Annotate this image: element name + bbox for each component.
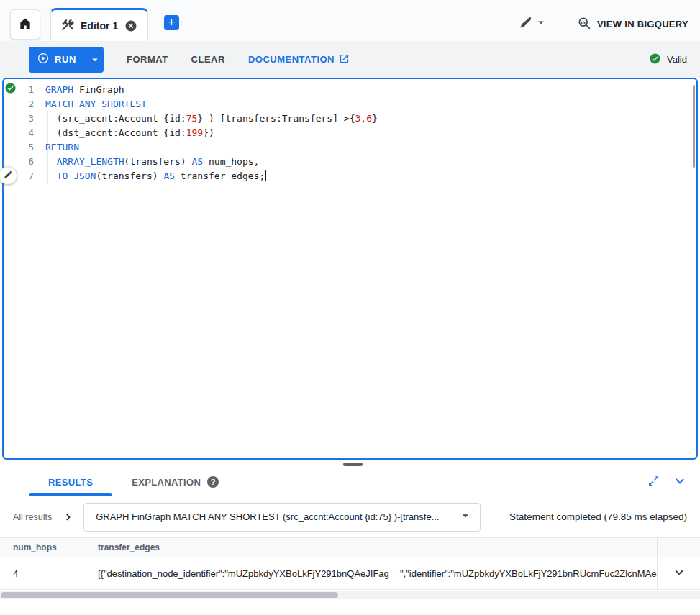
tab-editor-1[interactable]: Editor 1 (50, 8, 148, 41)
tab-results[interactable]: RESULTS (29, 468, 112, 496)
results-actions (647, 468, 700, 496)
format-button[interactable]: FORMAT (127, 54, 168, 65)
table-row[interactable]: 4 [{"destination_node_identifier":"mUZpb… (0, 557, 700, 590)
view-in-bigquery-button[interactable]: VIEW IN BIGQUERY (577, 15, 688, 32)
chevron-down-icon (671, 473, 688, 492)
editor-scrollbar[interactable] (693, 85, 695, 168)
query-selector-value: GRAPH FinGraph MATCH ANY SHORTEST (src_a… (96, 511, 453, 522)
table-header-row: num_hops transfer_edges (0, 537, 700, 557)
dropdown-caret-icon (458, 509, 473, 526)
editor-toolbar: RUN FORMAT CLEAR DOCUMENTATION Valid (0, 41, 700, 78)
run-options-dropdown[interactable] (86, 47, 104, 73)
play-circle-icon (37, 52, 50, 67)
documentation-link[interactable]: DOCUMENTATION (248, 53, 350, 66)
open-in-full-icon (647, 475, 660, 489)
bigquery-editor-app: Editor 1 (0, 0, 700, 615)
format-label: FORMAT (127, 54, 168, 65)
add-tab-button[interactable] (164, 15, 179, 30)
expand-row-button[interactable] (671, 565, 687, 583)
construction-icon (61, 18, 74, 34)
assist-menu-button[interactable] (519, 15, 547, 32)
editor-code[interactable]: GRAPH FinGraphMATCH ANY SHORTEST (src_ac… (45, 83, 685, 183)
clear-button[interactable]: CLEAR (191, 54, 225, 65)
view-in-bigquery-label: VIEW IN BIGQUERY (597, 19, 688, 29)
column-header-num-hops: num_hops (0, 542, 85, 552)
chevron-down-icon (535, 16, 547, 32)
chevron-down-icon (671, 565, 687, 583)
table-header-end-cell (657, 538, 700, 557)
tab-label: Editor 1 (81, 20, 118, 32)
cell-transfer-edges: [{"destination_node_identifier":"mUZpbkd… (85, 568, 657, 579)
statement-status: Statement completed (79.85 ms elapsed) (509, 511, 687, 522)
run-label: RUN (55, 54, 76, 65)
close-tab-icon[interactable] (124, 19, 137, 32)
panel-resize-handle[interactable] (343, 463, 363, 466)
home-button[interactable] (10, 9, 40, 40)
horizontal-scrollbar[interactable] (0, 591, 700, 599)
quick-fix-wand-icon (3, 170, 13, 182)
tab-explanation[interactable]: EXPLANATION (112, 468, 238, 496)
magic-wand-icon (519, 15, 533, 32)
collapse-results-button[interactable] (671, 473, 688, 492)
validation-status: Valid (649, 53, 687, 67)
clear-label: CLEAR (191, 54, 225, 65)
results-tab-bar: RESULTS EXPLANATION (0, 468, 700, 496)
cell-num-hops: 4 (0, 568, 85, 579)
home-icon (18, 17, 32, 33)
horizontal-scrollbar-thumb[interactable] (1, 592, 338, 598)
all-results-label: All results (13, 512, 52, 522)
help-icon[interactable] (207, 476, 219, 488)
documentation-label: DOCUMENTATION (248, 54, 335, 65)
external-link-icon (339, 53, 350, 66)
query-selector-dropdown[interactable]: GRAPH FinGraph MATCH ANY SHORTEST (src_a… (83, 503, 481, 532)
valid-check-icon (649, 53, 661, 67)
tab-bar: Editor 1 (0, 0, 700, 41)
query-editor[interactable]: 1234567 GRAPH FinGraphMATCH ANY SHORTEST… (2, 78, 698, 460)
explanation-tab-label: EXPLANATION (132, 477, 201, 488)
valid-label: Valid (667, 54, 687, 65)
query-selector-row: All results GRAPH FinGraph MATCH ANY SHO… (0, 496, 700, 537)
chevron-right-icon[interactable] (62, 511, 75, 524)
bigquery-magnifier-icon (577, 16, 591, 32)
results-tab-label: RESULTS (48, 477, 93, 488)
expand-results-button[interactable] (647, 475, 660, 489)
results-table: num_hops transfer_edges 4 [{"destination… (0, 537, 700, 590)
plus-icon (166, 17, 177, 29)
column-header-transfer-edges: transfer_edges (85, 542, 657, 552)
run-button[interactable]: RUN (29, 47, 104, 73)
